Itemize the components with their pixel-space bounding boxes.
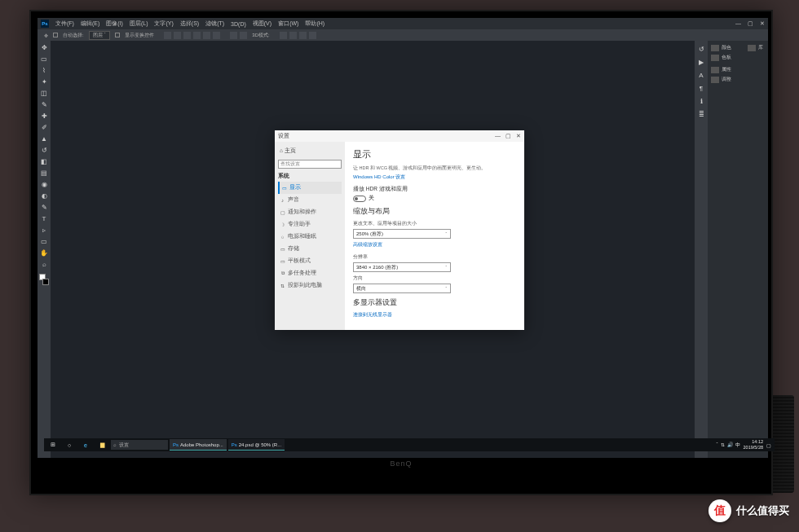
sidebar-item-sound[interactable]: ♪声音 <box>278 194 342 206</box>
history-brush-icon[interactable]: ↺ <box>39 145 49 155</box>
orientation-dropdown[interactable]: 横向˅ <box>353 284 451 293</box>
ps-close-icon[interactable]: ✕ <box>760 20 765 27</box>
align-top-icon[interactable] <box>193 32 201 39</box>
distribute-v-icon[interactable] <box>240 32 247 39</box>
stamp-tool-icon[interactable]: ▲ <box>39 134 49 143</box>
shape-tool-icon[interactable]: ▭ <box>39 236 49 246</box>
edge-icon[interactable]: e <box>78 439 93 451</box>
menu-filter[interactable]: 滤镜(T) <box>205 20 224 28</box>
menu-3d[interactable]: 3D(D) <box>231 21 246 27</box>
panel-properties[interactable]: 属性 <box>711 66 765 73</box>
explorer-icon[interactable]: ▆ <box>95 439 109 451</box>
ps-canvas[interactable]: 设置 — ▢ ✕ ⌂ 主页 查找设置 系统 <box>51 41 695 458</box>
wireless-display-link[interactable]: 连接到无线显示器 <box>353 311 516 319</box>
menu-file[interactable]: 文件(F) <box>55 20 74 28</box>
settings-maximize-icon[interactable]: ▢ <box>505 133 511 139</box>
taskbar-clock[interactable]: 14:12 2019/5/28 <box>744 439 763 451</box>
sidebar-item-notifications[interactable]: ▢通知和操作 <box>278 206 342 218</box>
gradient-tool-icon[interactable]: ▤ <box>39 168 49 178</box>
align-bottom-icon[interactable] <box>213 32 220 39</box>
taskbar-task-document[interactable]: Ps 24.psd @ 50% (R... <box>228 439 285 451</box>
ps-taskbar-icon: Ps <box>173 442 179 447</box>
settings-titlebar[interactable]: 设置 — ▢ ✕ <box>275 130 524 142</box>
menu-edit[interactable]: 编辑(E) <box>81 20 99 28</box>
action-center-icon[interactable]: ▢ <box>766 442 771 448</box>
auto-select-dropdown[interactable]: 图层 ˅ <box>89 31 111 40</box>
menu-view[interactable]: 视图(V) <box>253 20 271 28</box>
panel-adjustments[interactable]: 调整 <box>711 76 765 83</box>
menu-help[interactable]: 帮助(H) <box>305 20 324 28</box>
ps-maximize-icon[interactable]: ▢ <box>748 20 753 27</box>
brush-tool-icon[interactable]: ✐ <box>39 122 49 132</box>
history-panel-icon[interactable]: ↺ <box>696 44 706 54</box>
menu-window[interactable]: 窗口(W) <box>278 20 298 28</box>
settings-minimize-icon[interactable]: — <box>495 133 501 139</box>
align-left-icon[interactable] <box>164 32 171 39</box>
auto-select-checkbox[interactable] <box>53 33 58 37</box>
sidebar-item-tablet[interactable]: ▭平板模式 <box>278 255 342 267</box>
advanced-scale-link[interactable]: 高级缩放设置 <box>353 241 516 248</box>
move-tool-icon[interactable]: ✥ <box>44 33 48 38</box>
tray-up-icon[interactable]: ˄ <box>716 442 718 449</box>
marquee-tool-icon[interactable]: ▭ <box>39 54 49 64</box>
wand-tool-icon[interactable]: ✦ <box>39 77 49 86</box>
ps-minimize-icon[interactable]: — <box>735 20 741 27</box>
sidebar-item-storage[interactable]: ▭存储 <box>278 243 342 255</box>
heal-tool-icon[interactable]: ✚ <box>39 111 49 121</box>
type-tool-icon[interactable]: T <box>39 213 49 223</box>
sidebar-search[interactable]: 查找设置 <box>278 160 342 169</box>
resolution-dropdown[interactable]: 3840 × 2160 (推荐)˅ <box>353 262 451 272</box>
lasso-tool-icon[interactable]: ⌇ <box>39 65 49 75</box>
taskbar-task-photoshop[interactable]: Ps Adobe Photoshop... <box>170 439 227 451</box>
color-swatch[interactable] <box>39 274 49 285</box>
sidebar-item-project[interactable]: ⇅投影到此电脑 <box>278 279 342 292</box>
menu-image[interactable]: 图像(I) <box>106 20 123 28</box>
cortana-icon[interactable]: ○ <box>62 439 77 451</box>
taskbar-search[interactable]: ⌕ 设置 <box>111 440 168 450</box>
pen-tool-icon[interactable]: ✎ <box>39 202 49 212</box>
hdr-toggle[interactable] <box>353 196 366 202</box>
path-tool-icon[interactable]: ▹ <box>39 225 49 235</box>
menu-layer[interactable]: 图层(L) <box>130 20 148 28</box>
menu-type[interactable]: 文字(Y) <box>154 20 173 28</box>
para-panel-icon[interactable]: ¶ <box>696 83 706 93</box>
transform-checkbox[interactable] <box>115 33 120 37</box>
blur-tool-icon[interactable]: ◉ <box>39 179 49 189</box>
start-button[interactable]: ⊞ <box>46 439 60 451</box>
3d-orbit-icon[interactable] <box>280 32 287 39</box>
zoom-tool-icon[interactable]: ⌕ <box>39 259 49 269</box>
sidebar-item-display[interactable]: ▭显示 <box>278 182 342 194</box>
actions-panel-icon[interactable]: ▶ <box>696 57 706 67</box>
sidebar-home[interactable]: ⌂ 主页 <box>278 145 342 157</box>
tray-ime-icon[interactable]: 中 <box>735 442 740 449</box>
char-panel-icon[interactable]: A <box>696 70 706 80</box>
align-middle-icon[interactable] <box>203 32 210 39</box>
align-center-icon[interactable] <box>174 32 181 39</box>
distribute-h-icon[interactable] <box>230 32 237 39</box>
crop-tool-icon[interactable]: ◫ <box>39 88 49 98</box>
eyedropper-tool-icon[interactable]: ✎ <box>39 99 49 109</box>
layers-panel-icon[interactable]: ≣ <box>696 109 706 119</box>
sidebar-item-focus[interactable]: ☽专注助手 <box>278 218 342 231</box>
panel-swatches[interactable]: 色板 <box>711 54 765 61</box>
move-tool-icon[interactable]: ✥ <box>39 42 49 52</box>
background-swatch[interactable] <box>42 279 49 285</box>
dodge-tool-icon[interactable]: ◐ <box>39 191 49 200</box>
sidebar-item-power[interactable]: ○电源和睡眠 <box>278 231 342 243</box>
eraser-tool-icon[interactable]: ◧ <box>39 156 49 166</box>
sidebar-item-multitask[interactable]: ⧉多任务处理 <box>278 267 342 279</box>
hand-tool-icon[interactable]: ✋ <box>39 248 49 257</box>
hdr-link[interactable]: Windows HD Color 设置 <box>353 174 516 181</box>
3d-roll-icon[interactable] <box>309 32 316 39</box>
panel-libraries[interactable]: 库 <box>748 44 763 51</box>
tray-volume-icon[interactable]: 🔊 <box>727 442 733 449</box>
menu-select[interactable]: 选择(S) <box>180 20 199 28</box>
tray-network-icon[interactable]: ⇅ <box>721 442 725 449</box>
3d-slide-icon[interactable] <box>299 32 307 39</box>
notification-icon: ▢ <box>280 209 285 215</box>
align-right-icon[interactable] <box>183 32 191 39</box>
settings-close-icon[interactable]: ✕ <box>516 133 521 139</box>
info-panel-icon[interactable]: ℹ <box>696 96 706 106</box>
3d-pan-icon[interactable] <box>289 32 297 39</box>
scale-dropdown[interactable]: 250% (推荐)˅ <box>353 229 451 239</box>
